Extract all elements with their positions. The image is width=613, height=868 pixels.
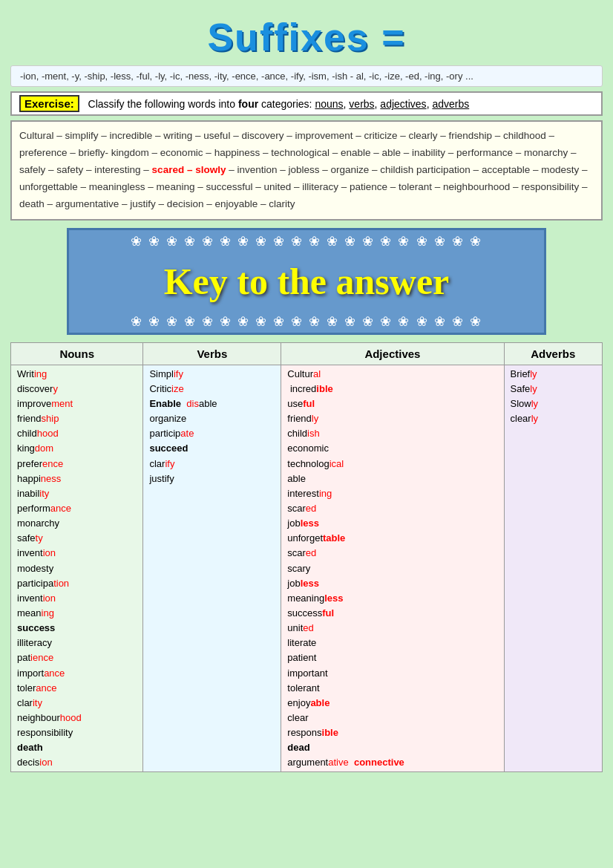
flower-row-top: ❀ ❀ ❀ ❀ ❀ ❀ ❀ ❀ ❀ ❀ ❀ ❀ ❀ ❀ ❀ ❀ ❀ ❀ ❀ ❀ (69, 230, 544, 252)
noun-7: preference (17, 457, 137, 471)
noun-17: meaning (17, 606, 137, 621)
noun-10: performance (17, 501, 137, 516)
header-adverbs: Adverbs (504, 342, 603, 365)
adj-9: interesting (287, 486, 497, 501)
exercise-label: Exercise: (19, 95, 79, 112)
verb-3: Enable disable (149, 397, 275, 411)
page-title: Suffixes = (7, 15, 606, 59)
adj-21: important (287, 666, 497, 681)
verb-6: succeed (149, 441, 275, 456)
adj-2: incredible (287, 382, 497, 397)
adj-5: childish (287, 426, 497, 441)
verb-2: Criticize (149, 382, 275, 397)
adj-17: successful (287, 606, 497, 621)
key-text: Key to the answer (69, 252, 544, 310)
adj-27: argumentative connective (287, 755, 497, 770)
adv-1: Briefly (511, 367, 597, 382)
noun-23: clarity (17, 696, 137, 711)
answer-table: Nouns Verbs Adjectives Adverbs Writing d… (10, 342, 603, 773)
adj-24: clear (287, 711, 497, 725)
adj-12: unforgettable (287, 531, 497, 546)
adj-16: meaningless (287, 591, 497, 606)
exercise-box: Exercise: Classify the following words i… (10, 91, 603, 116)
noun-20: patience (17, 650, 137, 665)
adj-8: able (287, 471, 497, 486)
noun-24: neighbourhood (17, 711, 137, 725)
noun-6: kingdom (17, 441, 137, 456)
adj-1: Cultural (287, 367, 497, 382)
adj-6: economic (287, 441, 497, 456)
adj-18: united (287, 621, 497, 636)
verbs-column: Simplify Criticize Enable disable organi… (143, 365, 281, 772)
key-banner: ❀ ❀ ❀ ❀ ❀ ❀ ❀ ❀ ❀ ❀ ❀ ❀ ❀ ❀ ❀ ❀ ❀ ❀ ❀ ❀ … (67, 228, 546, 335)
adj-14: scary (287, 561, 497, 576)
noun-27: decision (17, 755, 137, 770)
noun-8: happiness (17, 471, 137, 486)
adj-25: responsible (287, 725, 497, 740)
noun-25: responsibility (17, 725, 137, 740)
noun-26: death (17, 740, 137, 755)
adj-3: useful (287, 397, 497, 411)
noun-3: improvement (17, 397, 137, 411)
exercise-instruction: Classify the following words into four c… (88, 98, 470, 110)
verb-1: Simplify (149, 367, 275, 382)
noun-22: tolerance (17, 681, 137, 696)
noun-18: success (17, 621, 137, 636)
adj-4: friendly (287, 411, 497, 426)
adj-26: dead (287, 740, 497, 755)
flower-row-bottom: ❀ ❀ ❀ ❀ ❀ ❀ ❀ ❀ ❀ ❀ ❀ ❀ ❀ ❀ ❀ ❀ ❀ ❀ ❀ ❀ (69, 310, 544, 333)
noun-11: monarchy (17, 516, 137, 531)
noun-16: invention (17, 591, 137, 606)
noun-14: modesty (17, 561, 137, 576)
suffixes-list: -ion, -ment, -y, -ship, -less, -ful, -ly… (10, 65, 603, 87)
verb-7: clarify (149, 457, 275, 471)
noun-5: childhood (17, 426, 137, 441)
adj-23: enjoyable (287, 696, 497, 711)
header-verbs: Verbs (143, 342, 281, 365)
noun-4: friendship (17, 411, 137, 426)
nouns-column: Writing discovery improvement friendship… (11, 365, 143, 772)
word-list-box: Cultural – simplify – incredible – writi… (10, 120, 603, 221)
adj-20: patient (287, 650, 497, 665)
noun-9: inability (17, 486, 137, 501)
adj-11: jobless (287, 516, 497, 531)
adj-19: literate (287, 636, 497, 650)
adj-13: scared (287, 546, 497, 561)
verb-4: organize (149, 411, 275, 426)
noun-2: discovery (17, 382, 137, 397)
adjectives-column: Cultural incredible useful friendly chil… (281, 365, 504, 772)
adj-15: jobless (287, 576, 497, 591)
noun-21: importance (17, 666, 137, 681)
adj-7: technological (287, 457, 497, 471)
header-nouns: Nouns (11, 342, 143, 365)
noun-1: Writing (17, 367, 137, 382)
adv-2: Safely (511, 382, 597, 397)
noun-15: participation (17, 576, 137, 591)
noun-12: safety (17, 531, 137, 546)
adv-4: clearly (511, 411, 597, 426)
header-adjectives: Adjectives (281, 342, 504, 365)
adverbs-column: Briefly Safely Slowly clearly (504, 365, 603, 772)
noun-19: illiteracy (17, 636, 137, 650)
adj-10: scared (287, 501, 497, 516)
verb-5: participate (149, 426, 275, 441)
adv-3: Slowly (511, 397, 597, 411)
noun-13: invention (17, 546, 137, 561)
verb-8: justify (149, 471, 275, 486)
adj-22: tolerant (287, 681, 497, 696)
